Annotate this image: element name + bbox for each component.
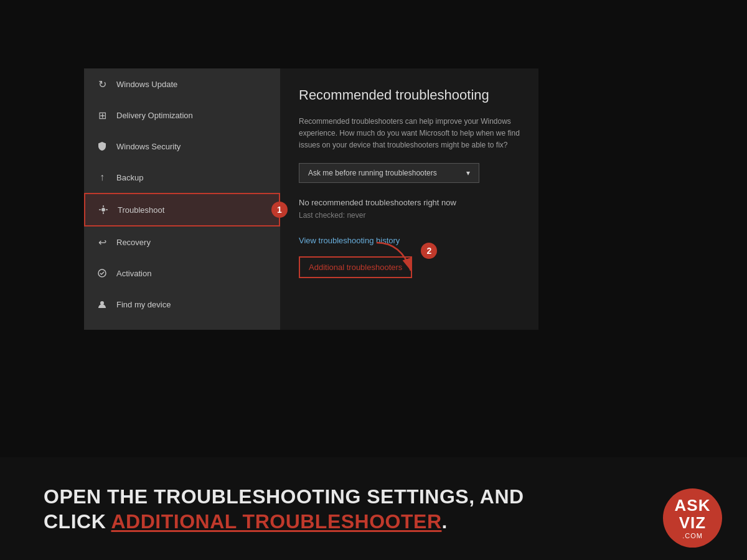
no-troubleshooters-text: No recommended troubleshooters right now (299, 198, 520, 207)
bottom-instruction-text: OPEN THE TROUBLESHOOTING SETTINGS, AND C… (44, 484, 524, 534)
dropdown-value: Ask me before running troubleshooters (308, 169, 437, 177)
step-badge-1: 1 (271, 202, 288, 218)
askviz-logo: ASK VIZ .com (663, 488, 722, 548)
windows-update-icon: ↻ (96, 78, 108, 90)
sidebar-item-label: Delivery Optimization (116, 111, 193, 120)
askviz-line3: .com (682, 532, 703, 539)
sidebar-item-label: Activation (116, 269, 151, 278)
sidebar-item-label: Find my device (116, 300, 171, 309)
sidebar-item-label: Windows Update (116, 80, 177, 89)
delivery-optimization-icon: ⊞ (96, 110, 108, 121)
sidebar-item-find-my-device[interactable]: Find my device (84, 289, 280, 320)
bottom-text-line2: CLICK ADDITIONAL TROUBLESHOOTER. (44, 510, 448, 533)
sidebar-item-backup[interactable]: ↑ Backup (84, 162, 280, 193)
find-device-icon (96, 299, 108, 310)
backup-icon: ↑ (96, 172, 108, 183)
sidebar-item-label: Windows Security (116, 142, 181, 151)
troubleshooter-dropdown[interactable]: Ask me before running troubleshooters ▾ (299, 163, 479, 183)
sidebar-item-windows-security[interactable]: Windows Security (84, 131, 280, 162)
askviz-line2: VIZ (679, 514, 706, 532)
sidebar-item-delivery-optimization[interactable]: ⊞ Delivery Optimization (84, 100, 280, 131)
sidebar-item-label: Backup (116, 173, 143, 182)
sidebar-item-recovery[interactable]: ↩ Recovery (84, 226, 280, 258)
sidebar-item-windows-update[interactable]: ↻ Windows Update (84, 68, 280, 100)
troubleshoot-icon (98, 204, 109, 215)
settings-window: ↻ Windows Update ⊞ Delivery Optimization… (84, 68, 538, 330)
bottom-text-line1: OPEN THE TROUBLESHOOTING SETTINGS, AND (44, 485, 524, 508)
activation-icon (96, 268, 108, 279)
last-checked-text: Last checked: never (299, 211, 520, 220)
page-title: Recommended troubleshooting (299, 87, 520, 103)
sidebar-item-label: Troubleshoot (118, 205, 164, 215)
sidebar-item-activation[interactable]: Activation (84, 258, 280, 289)
main-content: Recommended troubleshooting Recommended … (280, 68, 538, 330)
bottom-text-highlight: ADDITIONAL TROUBLESHOOTER (111, 510, 441, 533)
askviz-line1: ASK (675, 497, 711, 515)
recovery-icon: ↩ (96, 236, 108, 248)
arrow-indicator (370, 240, 426, 283)
bottom-text-end: . (441, 510, 447, 533)
sidebar-item-label: Recovery (116, 238, 151, 247)
description-text: Recommended troubleshooters can help imp… (299, 116, 520, 152)
bottom-bar: OPEN THE TROUBLESHOOTING SETTINGS, AND C… (0, 457, 747, 560)
svg-point-0 (101, 208, 105, 212)
sidebar: ↻ Windows Update ⊞ Delivery Optimization… (84, 68, 280, 330)
sidebar-item-troubleshoot[interactable]: Troubleshoot 1 (84, 193, 280, 226)
windows-security-icon (96, 141, 108, 152)
chevron-down-icon: ▾ (466, 169, 470, 177)
